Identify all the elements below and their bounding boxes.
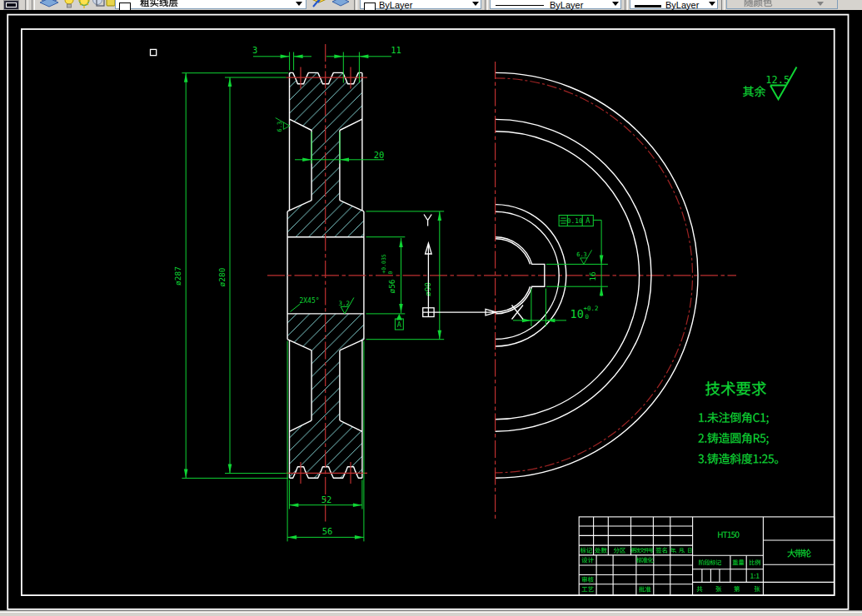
lineweight-control-combobox[interactable]: ByLayer (630, 0, 718, 9)
layer-on-off-icon[interactable] (63, 0, 76, 8)
toolbar-separator (485, 0, 488, 10)
make-object-layer-current-icon[interactable] (310, 0, 328, 8)
linetype-combo-arrow-icon[interactable] (612, 2, 619, 6)
dim-outer-dia: ø287 (173, 266, 182, 286)
dim-rim-width: 52 (321, 494, 332, 504)
lineweight-combo-arrow-icon[interactable] (709, 2, 715, 6)
roughness-others-value: 12.5 (765, 74, 790, 86)
lineweight-control-label: ByLayer (665, 0, 699, 10)
dim-keyway-tol-lower: 0 (585, 313, 590, 320)
color-control-combobox[interactable]: ByLayer (360, 0, 481, 9)
toolbar-separator (721, 0, 725, 10)
dim-keyway-width: 16 (588, 271, 597, 281)
plot-style-label (745, 0, 772, 7)
current-color-swatch (364, 2, 376, 10)
toolbar-separator (32, 0, 35, 10)
dim-web-thickness: 20 (374, 150, 385, 160)
dim-pitch-dia: ø280 (217, 267, 227, 286)
linetype-control-combobox[interactable]: ByLayer (490, 0, 621, 9)
dim-keyway-depth: 10 (571, 307, 584, 320)
command-area-edge (0, 610, 862, 616)
dim-keyway-tol-upper: +0.2 (584, 305, 599, 312)
dim-groove-width: 11 (391, 45, 401, 55)
layer-combobox[interactable] (115, 0, 306, 9)
color-control-label: ByLayer (379, 0, 412, 10)
toolbar-separator (354, 0, 357, 10)
roughness-groove-value: 6.3 (277, 122, 283, 132)
toolbar-separator (25, 0, 28, 10)
dim-hub-dia: ø90 (423, 282, 432, 296)
layer-freeze-viewport-icon[interactable] (92, 0, 105, 8)
cad-drawing-canvas[interactable]: ø287 ø280 3 11 20 52 56 ø90 ø56 +0.035 0… (0, 0, 862, 616)
dim-bore-tol-upper: +0.035 (381, 254, 387, 274)
linetype-control-label: ByLayer (550, 0, 583, 10)
plot-style-combo-arrow-icon (817, 2, 824, 6)
tolerance-value: 0.10 (567, 217, 583, 225)
dim-hub-length: 56 (322, 526, 333, 536)
lineweight-sample (635, 5, 661, 7)
roughness-keyway-value: 6.3 (576, 251, 587, 258)
model-space (0, 9, 862, 610)
plot-style-combobox (726, 0, 838, 9)
layer-properties-toolbar: ByLayer ByLayer ByLayer (0, 0, 862, 10)
layer-previous-icon[interactable] (331, 0, 351, 8)
toolbar-separator (625, 0, 628, 10)
datum-letter: A (397, 320, 401, 329)
layer-color-swatch (119, 2, 131, 10)
layer-combo-arrow-icon[interactable] (296, 2, 302, 6)
dim-groove-edge: 3 (252, 45, 257, 55)
layer-freeze-icon[interactable] (77, 0, 91, 8)
dim-bore-dia: ø56 (387, 279, 396, 293)
dim-bore-tol-lower: 0 (387, 271, 394, 274)
tolerance-datum: A (585, 216, 590, 225)
note-chamfer: 2X45° (299, 297, 319, 305)
color-combo-arrow-icon[interactable] (472, 2, 479, 6)
linetype-sample (496, 5, 544, 6)
roughness-bore-value: 3.2 (339, 300, 351, 307)
layer-name-label (140, 0, 177, 7)
